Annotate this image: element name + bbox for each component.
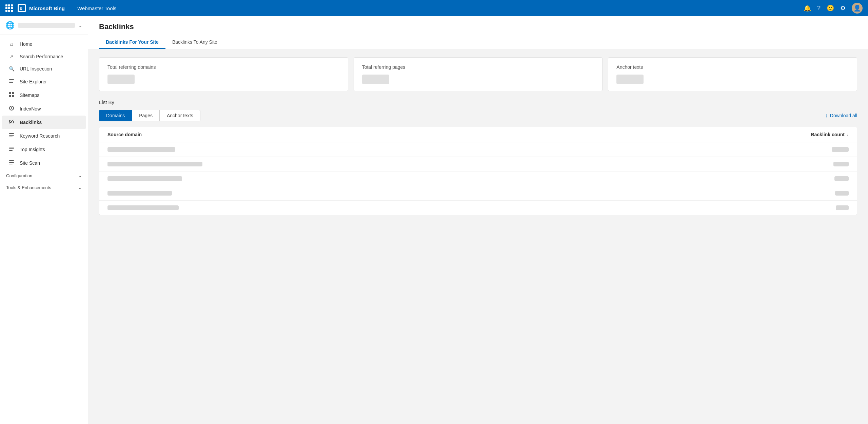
count-cell	[834, 176, 849, 181]
list-by-buttons: Domains Pages Anchor texts	[99, 110, 200, 121]
notification-icon[interactable]: 🔔	[804, 4, 811, 12]
sidebar-item-label-url-inspection: URL Inspection	[20, 66, 52, 72]
svg-rect-2	[9, 79, 14, 80]
svg-rect-18	[9, 162, 14, 163]
section-tools-enhancements[interactable]: Tools & Enhancements ⌄	[0, 182, 88, 194]
page-tabs: Backlinks For Your Site Backlinks To Any…	[99, 36, 857, 49]
help-icon[interactable]: ?	[817, 5, 821, 12]
table-row	[99, 186, 857, 201]
app-grid-icon[interactable]	[5, 4, 13, 12]
site-selector[interactable]: 🌐 ⌄	[0, 16, 88, 35]
search-performance-icon: ↗	[8, 54, 15, 59]
stat-card-referring-domains: Total referring domains	[99, 57, 348, 91]
site-name	[18, 23, 75, 28]
list-by-btn-anchor-texts[interactable]: Anchor texts	[160, 110, 200, 121]
list-by-section: List By Domains Pages Anchor texts ↓ Dow…	[99, 99, 857, 215]
svg-rect-8	[12, 95, 14, 97]
sidebar-item-site-explorer[interactable]: Site Explorer	[2, 75, 86, 88]
anchor-texts-value	[616, 75, 644, 84]
sidebar-item-url-inspection[interactable]: 🔍 URL Inspection	[2, 63, 86, 75]
topnav-title: Webmaster Tools	[77, 5, 116, 11]
topnav-right: 🔔 ? 🙂 ⚙ 👤	[804, 3, 863, 14]
globe-icon: 🌐	[5, 21, 15, 30]
top-insights-icon	[8, 146, 15, 153]
sidebar-item-indexnow[interactable]: IndexNow	[2, 102, 86, 116]
tools-enhancements-chevron-icon: ⌄	[78, 185, 82, 190]
svg-rect-17	[9, 160, 14, 161]
referring-domains-title: Total referring domains	[107, 64, 340, 70]
svg-rect-3	[9, 81, 13, 81]
keyword-research-icon	[8, 133, 15, 139]
table-row	[99, 142, 857, 157]
domain-cell	[107, 205, 179, 210]
sidebar-item-sitemaps[interactable]: Sitemaps	[2, 88, 86, 102]
main-layout: 🌐 ⌄ ⌂ Home ↗ Search Performance 🔍 URL In…	[0, 16, 868, 424]
sort-icon[interactable]: ↓	[847, 132, 849, 137]
count-cell	[836, 205, 849, 210]
download-all-button[interactable]: ↓ Download all	[825, 113, 857, 119]
user-avatar[interactable]: 👤	[852, 3, 863, 14]
tools-enhancements-label: Tools & Enhancements	[6, 185, 51, 190]
tab-backlinks-your-site[interactable]: Backlinks For Your Site	[99, 36, 165, 49]
download-icon: ↓	[825, 113, 828, 119]
sidebar-item-search-performance[interactable]: ↗ Search Performance	[2, 51, 86, 63]
sidebar-item-home[interactable]: ⌂ Home	[2, 38, 86, 51]
chevron-down-icon: ⌄	[78, 23, 82, 28]
svg-rect-12	[9, 135, 14, 136]
backlinks-icon	[8, 119, 15, 126]
topnav-divider	[71, 5, 71, 12]
svg-rect-4	[9, 82, 13, 83]
referring-pages-title: Total referring pages	[362, 64, 594, 70]
sidebar-item-label-indexnow: IndexNow	[20, 106, 41, 112]
svg-rect-16	[9, 150, 13, 151]
table-row	[99, 201, 857, 215]
configuration-chevron-icon: ⌄	[78, 173, 82, 178]
stat-card-referring-pages: Total referring pages	[354, 57, 603, 91]
settings-icon[interactable]: ⚙	[840, 4, 846, 12]
table-row	[99, 171, 857, 186]
sidebar-item-keyword-research[interactable]: Keyword Research	[2, 129, 86, 143]
sidebar: 🌐 ⌄ ⌂ Home ↗ Search Performance 🔍 URL In…	[0, 16, 88, 424]
domain-cell	[107, 191, 172, 196]
list-by-label: List By	[99, 99, 857, 105]
tab-backlinks-any-site[interactable]: Backlinks To Any Site	[165, 36, 224, 49]
top-navigation: b Microsoft Bing Webmaster Tools 🔔 ? 🙂 ⚙…	[0, 0, 868, 16]
indexnow-icon	[8, 105, 15, 112]
sidebar-item-label-backlinks: Backlinks	[20, 120, 42, 125]
sidebar-item-label-site-explorer: Site Explorer	[20, 79, 47, 84]
count-cell	[833, 162, 849, 166]
table-row	[99, 157, 857, 171]
svg-rect-5	[9, 92, 11, 94]
sidebar-item-backlinks[interactable]: Backlinks	[2, 116, 86, 129]
sidebar-nav: ⌂ Home ↗ Search Performance 🔍 URL Inspec…	[0, 35, 88, 196]
sidebar-item-top-insights[interactable]: Top Insights	[2, 143, 86, 156]
section-configuration[interactable]: Configuration ⌄	[0, 170, 88, 182]
topnav-left: b Microsoft Bing Webmaster Tools	[5, 4, 116, 12]
url-inspection-icon: 🔍	[8, 66, 15, 72]
sidebar-item-label-keyword-research: Keyword Research	[20, 133, 60, 139]
domains-table: Source domain Backlink count ↓	[99, 127, 857, 215]
stat-cards-grid: Total referring domains Total referring …	[99, 57, 857, 91]
sidebar-item-label-home: Home	[20, 41, 32, 47]
count-cell	[835, 191, 849, 196]
list-by-btn-pages[interactable]: Pages	[132, 110, 160, 121]
page-title: Backlinks	[99, 22, 857, 31]
configuration-label: Configuration	[6, 173, 32, 178]
svg-rect-7	[9, 95, 11, 97]
download-all-label: Download all	[830, 113, 857, 118]
page-header: Backlinks Backlinks For Your Site Backli…	[88, 16, 868, 49]
domain-cell	[107, 176, 182, 181]
smiley-icon[interactable]: 🙂	[827, 4, 834, 12]
svg-rect-6	[12, 92, 14, 94]
list-by-controls: Domains Pages Anchor texts ↓ Download al…	[99, 110, 857, 121]
sidebar-item-site-scan[interactable]: Site Scan	[2, 156, 86, 170]
main-content: Total referring domains Total referring …	[88, 49, 868, 223]
topnav-brand: Microsoft Bing	[29, 5, 65, 11]
svg-text:b: b	[20, 6, 22, 11]
table-col-backlink-count: Backlink count ↓	[811, 132, 849, 137]
list-by-btn-domains[interactable]: Domains	[99, 110, 132, 121]
domain-cell	[107, 162, 202, 166]
stat-card-anchor-texts: Anchor texts	[608, 57, 857, 91]
site-scan-icon	[8, 160, 15, 166]
table-col-source-domain: Source domain	[107, 132, 142, 137]
